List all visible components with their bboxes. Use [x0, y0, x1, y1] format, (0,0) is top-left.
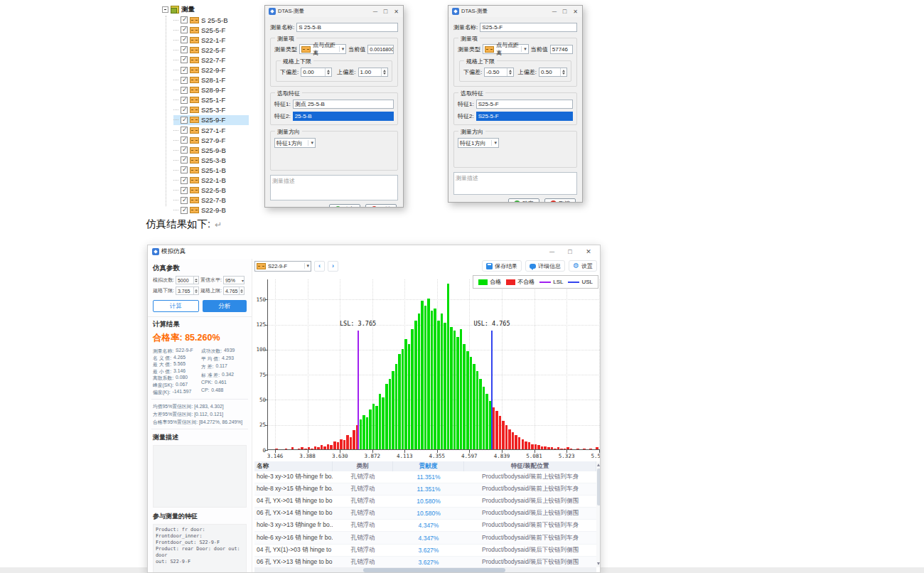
- checkbox-checked-icon[interactable]: [181, 207, 188, 214]
- checkbox-checked-icon[interactable]: [181, 107, 188, 114]
- tree-root-row[interactable]: 测量: [162, 4, 249, 14]
- table-row[interactable]: 06 孔 YX->13 销 hinge to bo...孔销浮动3.627%Pr…: [254, 557, 596, 567]
- spinner-arrows-icon[interactable]: [507, 68, 513, 76]
- ok-button[interactable]: ✓确定: [508, 198, 539, 203]
- vertical-scrollbar[interactable]: [596, 461, 601, 567]
- checkbox-checked-icon[interactable]: [181, 16, 188, 23]
- spinner-arrows-icon[interactable]: [325, 68, 331, 76]
- next-measure-button[interactable]: ›: [328, 261, 338, 272]
- maximize-button[interactable]: [380, 7, 391, 16]
- tree-item[interactable]: S28-9-F: [173, 85, 249, 95]
- checkbox-checked-icon[interactable]: [181, 156, 188, 164]
- measure-type-select[interactable]: 点与点距离: [299, 44, 346, 54]
- checkbox-checked-icon[interactable]: [181, 67, 188, 74]
- tree-item[interactable]: S25-3-F: [173, 105, 249, 115]
- column-header[interactable]: 特征/装配位置: [464, 461, 596, 471]
- minimize-button[interactable]: [542, 246, 561, 257]
- table-row[interactable]: hole-6 xy->16 销 hinge fr bo...孔销浮动4.347%…: [254, 532, 596, 544]
- tree-item[interactable]: S22-7-B: [173, 196, 249, 205]
- scrollbar-thumb[interactable]: [363, 568, 505, 572]
- collapse-icon[interactable]: [162, 6, 168, 13]
- checkbox-checked-icon[interactable]: [181, 177, 188, 184]
- tree-item[interactable]: S25-1-B: [173, 165, 249, 175]
- spinner-arrows-icon[interactable]: [193, 287, 198, 294]
- spinner-arrows-icon[interactable]: [560, 68, 566, 76]
- feature2-input[interactable]: 25-5-B: [293, 112, 394, 121]
- checkbox-checked-icon[interactable]: [181, 46, 188, 53]
- minimize-button[interactable]: [549, 7, 559, 16]
- table-row[interactable]: hole-8 xy->15 销-hinge fr bo...孔销浮动11.351…: [254, 483, 596, 496]
- column-header[interactable]: 类别: [333, 461, 393, 471]
- table-row[interactable]: 04 孔 YX(1)->03 销 hinge to ...孔销浮动3.627%P…: [254, 545, 596, 557]
- measure-description-textarea[interactable]: 测量描述: [270, 175, 398, 200]
- tree-item[interactable]: S25-1-F: [173, 95, 249, 105]
- analyze-button[interactable]: 分析: [203, 300, 247, 312]
- tree-item[interactable]: S 25-5-B: [173, 15, 249, 25]
- table-row[interactable]: 06 孔 YX->14 销 hinge to bo...孔销浮动10.580%P…: [254, 508, 596, 520]
- upper-deviation-spinner[interactable]: 1.00: [358, 68, 388, 77]
- maximize-button[interactable]: [559, 7, 570, 16]
- details-button[interactable]: 详细信息: [525, 260, 565, 272]
- horizontal-scrollbar[interactable]: [254, 567, 596, 573]
- checkbox-checked-icon[interactable]: [181, 87, 188, 94]
- save-results-button[interactable]: 保存结果: [482, 260, 522, 272]
- minimize-button[interactable]: [370, 7, 380, 16]
- checkbox-checked-icon[interactable]: [181, 166, 188, 173]
- measure-name-input[interactable]: S 25-5-B: [296, 23, 398, 32]
- checkbox-checked-icon[interactable]: [181, 36, 188, 43]
- measure-select[interactable]: S22-9-F: [254, 261, 311, 272]
- lower-deviation-spinner[interactable]: -0.50: [484, 68, 514, 77]
- spinner-arrows-icon[interactable]: [239, 287, 244, 294]
- tree-item[interactable]: S25-9-B: [173, 145, 249, 155]
- runs-spinner[interactable]: 5000: [176, 276, 199, 284]
- tree-item[interactable]: S27-1-F: [173, 125, 249, 135]
- spinner-arrows-icon[interactable]: [193, 277, 198, 284]
- tree-item[interactable]: S22-5-F: [173, 45, 249, 55]
- lower-deviation-spinner[interactable]: 0.00: [301, 68, 332, 77]
- scroll-down-icon[interactable]: [597, 562, 600, 565]
- upper-deviation-spinner[interactable]: 0.50: [539, 68, 567, 77]
- ok-button[interactable]: ✓确定: [329, 204, 360, 208]
- feature2-input[interactable]: S25-5-F: [476, 112, 573, 121]
- measure-description-box[interactable]: [153, 445, 247, 508]
- checkbox-checked-icon[interactable]: [181, 117, 188, 124]
- checkbox-checked-icon[interactable]: [181, 146, 188, 154]
- column-header[interactable]: 贡献度: [393, 461, 464, 471]
- feature1-input[interactable]: 测点 25-5-B: [293, 100, 394, 109]
- scroll-up-icon[interactable]: [597, 464, 600, 466]
- checkbox-checked-icon[interactable]: [181, 127, 188, 134]
- table-row[interactable]: hole-3 xy->10 销-hinge fr bo...孔销浮动11.351…: [254, 471, 596, 483]
- checkbox-checked-icon[interactable]: [181, 187, 188, 194]
- spec-upper-spinner[interactable]: 4.765: [223, 286, 245, 295]
- checkbox-checked-icon[interactable]: [181, 97, 188, 104]
- close-button[interactable]: [391, 7, 402, 16]
- tree-item[interactable]: S22-9-F: [173, 65, 249, 75]
- tree-item[interactable]: S22-1-B: [173, 176, 249, 186]
- close-button[interactable]: [579, 246, 598, 257]
- measure-type-select[interactable]: 点与点距离: [483, 44, 529, 54]
- column-header[interactable]: 名称: [254, 461, 333, 471]
- table-row[interactable]: 04 孔 YX->01 销 hinge to bo...孔销浮动10.580%P…: [254, 496, 596, 508]
- checkbox-checked-icon[interactable]: [181, 56, 188, 63]
- checkbox-checked-icon[interactable]: [181, 197, 188, 204]
- scrollbar-thumb[interactable]: [597, 468, 601, 505]
- checkbox-checked-icon[interactable]: [181, 77, 188, 84]
- tree-item[interactable]: S28-1-F: [173, 75, 249, 85]
- tree-item[interactable]: S25-9-F: [173, 115, 249, 125]
- tree-item[interactable]: S22-1-F: [173, 35, 249, 45]
- current-value-input[interactable]: 57746: [550, 45, 573, 54]
- spinner-arrows-icon[interactable]: [381, 68, 387, 76]
- table-row[interactable]: hole-3 xy->13 销hinge fr bo...孔销浮动4.347%P…: [254, 520, 596, 532]
- tree-item[interactable]: S22-7-F: [173, 55, 249, 65]
- current-value-input[interactable]: 0.00168006: [367, 45, 394, 54]
- measure-description-textarea[interactable]: 测量描述: [453, 172, 577, 195]
- feature1-input[interactable]: S25-5-F: [476, 100, 573, 109]
- maximize-button[interactable]: [561, 246, 579, 257]
- settings-button[interactable]: ⚙设置: [569, 260, 597, 272]
- tree-item[interactable]: S22-5-B: [173, 186, 249, 196]
- participating-features-box[interactable]: Product: fr door: Frontdoor_inner: Front…: [153, 524, 247, 572]
- cancel-button[interactable]: ✕取消: [544, 198, 576, 203]
- tree-item[interactable]: S25-5-F: [173, 25, 249, 35]
- checkbox-checked-icon[interactable]: [181, 136, 188, 144]
- tree-item[interactable]: S25-3-B: [173, 155, 249, 165]
